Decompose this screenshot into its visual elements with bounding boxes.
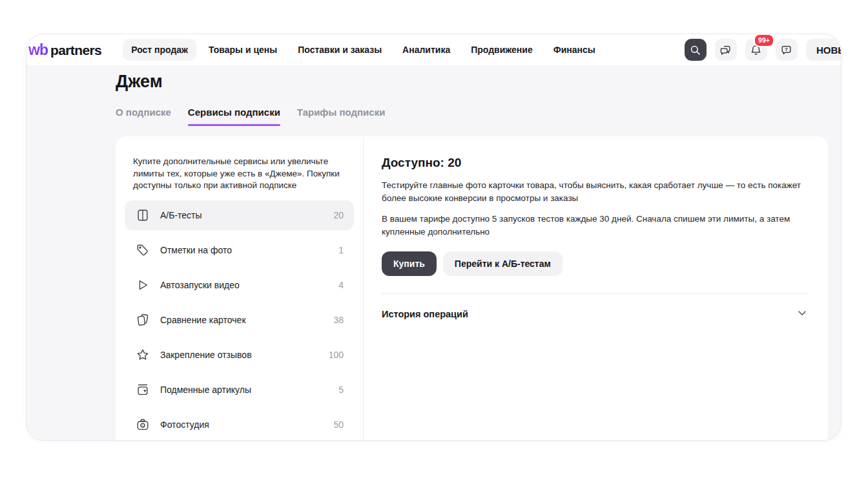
service-count: 4 (338, 280, 344, 290)
service-detail-panel: Доступно: 20 Тестируйте главные фото кар… (364, 136, 828, 441)
search-icon (689, 44, 701, 56)
logo-partners-text: partners (50, 43, 101, 58)
service-count: 100 (329, 350, 344, 360)
detail-paragraph-1: Тестируйте главные фото карточки товара,… (382, 179, 809, 205)
cards-compare-icon (135, 312, 150, 328)
service-count: 50 (333, 419, 344, 430)
top-navigation-bar: wb partners Рост продаж Товары и цены По… (26, 34, 841, 65)
goto-ab-tests-button[interactable]: Перейти к А/Б-тестам (443, 251, 563, 276)
search-button[interactable] (685, 39, 707, 61)
service-label: А/Б-тесты (160, 210, 202, 220)
service-row-card-comparison[interactable]: Сравнение карточек 38 (125, 305, 354, 335)
nav-item-goods-prices[interactable]: Товары и цены (200, 39, 285, 61)
app-window: wb partners Рост продаж Товары и цены По… (26, 34, 842, 441)
subscription-services-card: Купите дополнительные сервисы или увелич… (116, 136, 828, 441)
available-count-title: Доступно: 20 (382, 156, 809, 170)
notifications-badge: 99+ (754, 34, 774, 47)
account-button[interactable]: НОВЬ (806, 39, 842, 61)
section-divider (382, 293, 809, 294)
account-label: НОВЬ (816, 45, 842, 56)
chats-button[interactable] (715, 39, 737, 61)
service-row-substitute-articles[interactable]: Подменные артикулы 5 (125, 375, 354, 405)
play-icon (135, 277, 150, 293)
service-label: Автозапуски видео (160, 280, 240, 290)
notifications-button[interactable]: 99+ (745, 39, 767, 61)
main-nav: Рост продаж Товары и цены Поставки и зак… (123, 39, 604, 61)
services-list-panel: Купите дополнительные сервисы или увелич… (116, 136, 364, 441)
service-row-ab-tests[interactable]: А/Б-тесты 20 (125, 200, 354, 230)
service-row-video-autoplay[interactable]: Автозапуски видео 4 (125, 270, 354, 300)
help-button[interactable]: ? (776, 39, 798, 61)
operations-history-toggle[interactable]: История операций (382, 306, 809, 322)
tag-icon (135, 242, 150, 258)
chats-icon (719, 44, 732, 56)
camera-icon (135, 417, 150, 432)
service-label: Отметки на фото (160, 245, 232, 255)
service-label: Закрепление отзывов (160, 350, 252, 360)
service-count: 1 (338, 245, 344, 255)
service-label: Сравнение карточек (160, 315, 246, 325)
service-label: Подменные артикулы (160, 385, 251, 395)
help-icon: ? (780, 44, 792, 56)
wb-partners-logo[interactable]: wb partners (28, 41, 101, 59)
tab-subscription-services[interactable]: Сервисы подписки (188, 107, 280, 126)
page-title: Джем (116, 72, 163, 92)
service-row-photo-studio[interactable]: Фотостудия 50 (125, 410, 354, 440)
service-count: 38 (333, 315, 344, 325)
header-actions: 99+ ? НОВЬ (685, 34, 841, 65)
nav-item-sales-growth[interactable]: Рост продаж (123, 39, 196, 61)
services-description: Купите дополнительные сервисы или увелич… (125, 156, 354, 192)
tab-about-subscription[interactable]: О подписке (116, 107, 171, 126)
nav-item-supplies-orders[interactable]: Поставки и заказы (289, 39, 390, 61)
service-count: 20 (333, 210, 344, 220)
service-label: Фотостудия (160, 419, 209, 430)
service-count: 5 (338, 385, 344, 395)
chevron-down-icon (796, 306, 809, 322)
detail-actions: Купить Перейти к А/Б-тестам (382, 251, 809, 276)
star-icon (135, 347, 150, 363)
screenshot-canvas: wb partners Рост продаж Товары и цены По… (0, 0, 868, 477)
detail-paragraph-2: В вашем тарифе доступно 5 запусков тесто… (382, 213, 809, 238)
tab-subscription-tariffs[interactable]: Тарифы подписки (297, 107, 386, 126)
service-row-photo-marks[interactable]: Отметки на фото 1 (125, 235, 354, 265)
service-row-pinned-reviews[interactable]: Закрепление отзывов 100 (125, 340, 354, 370)
nav-item-promotion[interactable]: Продвижение (462, 39, 541, 61)
ab-test-icon (135, 207, 150, 223)
logo-wb-mark: wb (28, 41, 48, 59)
substitute-articles-icon (135, 382, 150, 398)
subscription-tabs: О подписке Сервисы подписки Тарифы подпи… (116, 107, 385, 126)
svg-text:?: ? (785, 47, 788, 52)
buy-button[interactable]: Купить (382, 251, 437, 276)
nav-item-finances[interactable]: Финансы (545, 39, 604, 61)
nav-item-analytics[interactable]: Аналитика (394, 39, 459, 61)
operations-history-label: История операций (382, 309, 468, 319)
